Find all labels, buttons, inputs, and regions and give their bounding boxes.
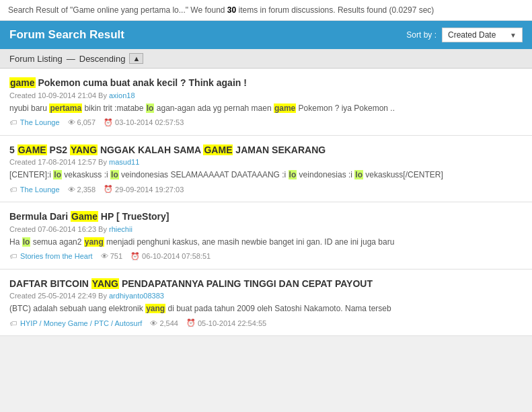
header-bar: Forum Search Result Sort by : Created Da… (0, 21, 532, 49)
category: 🏷 The Lounge (9, 118, 60, 126)
result-meta: Created 10-09-2014 21:04 By axion18 (9, 91, 523, 99)
sort-area: Sort by : Created Date ▼ (406, 28, 523, 42)
list-item: 5 GAME PS2 YANG NGGAK KALAH SAMA GAME JA… (0, 136, 532, 203)
result-title-link[interactable]: 5 GAME PS2 YANG NGGAK KALAH SAMA GAME JA… (9, 145, 326, 155)
view-count: 👁 751 (101, 252, 122, 260)
highlight: yang (145, 304, 165, 313)
post-date: ⏰ 03-10-2014 02:57:53 (104, 118, 184, 127)
category-link[interactable]: Stories from the Heart (20, 252, 93, 260)
result-title: 5 GAME PS2 YANG NGGAK KALAH SAMA GAME JA… (9, 144, 523, 157)
list-item: DAFTAR BITCOIN YANG PENDAPATANNYA PALING… (0, 270, 532, 337)
result-excerpt: Ha lo semua agan2 yang menjadi penghuni … (9, 236, 523, 248)
highlight: GAME (203, 145, 233, 155)
view-count: 👁 2,358 (68, 186, 96, 194)
highlight: YANG (91, 278, 119, 289)
search-info-text: Search Result of "Game online yang perta… (8, 5, 434, 15)
sort-order-toggle[interactable]: ▲ (129, 53, 143, 64)
tag-icon: 🏷 (9, 319, 17, 327)
forum-listing-order: Descending (79, 54, 126, 64)
search-info-bar: Search Result of "Game online yang perta… (0, 0, 532, 21)
highlight: lo (53, 170, 62, 179)
result-excerpt: [CENTER]:i lo vekaskuss :i lo veindonesi… (9, 169, 523, 181)
result-title: DAFTAR BITCOIN YANG PENDAPATANNYA PALING… (9, 278, 523, 291)
forum-listing-bar: Forum Listing — Descending ▲ (0, 49, 532, 69)
author-link[interactable]: ardhiyanto08383 (109, 292, 164, 300)
highlight: game (274, 104, 296, 113)
eye-icon: 👁 (101, 252, 108, 260)
highlight: GAME (17, 145, 47, 155)
forum-listing-separator: — (67, 54, 75, 64)
clock-icon: ⏰ (104, 118, 113, 127)
highlight: lo (146, 104, 155, 113)
author-link[interactable]: masud11 (109, 158, 139, 166)
page-title: Forum Search Result (9, 28, 124, 42)
eye-icon: 👁 (150, 319, 157, 327)
result-meta: Created 17-08-2014 12:57 By masud11 (9, 158, 523, 166)
category: 🏷 HYIP / Money Game / PTC / Autosurf (9, 319, 142, 327)
highlight: YANG (70, 145, 98, 155)
category-link[interactable]: HYIP / Money Game / PTC / Autosurf (20, 319, 142, 327)
forum-listing-label: Forum Listing (9, 54, 63, 64)
sort-dropdown[interactable]: Created Date ▼ (442, 28, 523, 42)
category: 🏷 The Lounge (9, 186, 60, 194)
sort-value: Created Date (448, 30, 496, 40)
category-link[interactable]: The Lounge (20, 118, 60, 126)
tag-icon: 🏷 (9, 118, 17, 126)
tag-icon: 🏷 (9, 186, 17, 194)
view-count: 👁 6,057 (68, 118, 96, 126)
highlight: yang (84, 237, 104, 247)
result-title-link[interactable]: game Pokemon cuma buat anak kecil ? Thin… (9, 77, 247, 88)
result-title: game Pokemon cuma buat anak kecil ? Thin… (9, 77, 523, 90)
post-date: ⏰ 29-09-2014 19:27:03 (104, 185, 184, 194)
highlight: game (9, 77, 36, 88)
highlight: lo (22, 237, 31, 247)
author-link[interactable]: axion18 (109, 91, 135, 99)
highlight: lo (289, 170, 297, 179)
clock-icon: ⏰ (186, 319, 196, 327)
search-query: Game online yang pertama lo... (73, 5, 185, 15)
result-excerpt: nyubi baru pertama bikin trit :matabe lo… (9, 102, 523, 114)
result-title: Bermula Dari Game HP [ TrueStory] (9, 210, 523, 224)
eye-icon: 👁 (68, 118, 75, 126)
result-excerpt: (BTC) adalah sebuah uang elektronik yang… (9, 302, 523, 315)
chevron-down-icon: ▼ (510, 32, 517, 39)
highlight: Game (71, 211, 98, 222)
result-count: 30 (227, 5, 236, 15)
view-count: 👁 2,544 (150, 319, 178, 327)
list-item: Bermula Dari Game HP [ TrueStory] Create… (0, 202, 532, 270)
clock-icon: ⏰ (130, 252, 140, 261)
category: 🏷 Stories from the Heart (9, 252, 93, 260)
result-title-link[interactable]: DAFTAR BITCOIN YANG PENDAPATANNYA PALING… (9, 278, 373, 289)
result-title-link[interactable]: Bermula Dari Game HP [ TrueStory] (9, 211, 169, 222)
result-footer: 🏷 The Lounge 👁 2,358 ⏰ 29-09-2014 19:27:… (9, 185, 523, 194)
tag-icon: 🏷 (9, 252, 17, 260)
category-link[interactable]: The Lounge (20, 186, 60, 194)
author-link[interactable]: rhiechii (109, 225, 132, 233)
highlight: pertama (49, 104, 82, 113)
eye-icon: 👁 (68, 186, 75, 194)
post-date: ⏰ 06-10-2014 07:58:51 (130, 252, 211, 261)
highlight: lo (354, 170, 363, 179)
result-footer: 🏷 Stories from the Heart 👁 751 ⏰ 06-10-2… (9, 252, 523, 261)
list-item: game Pokemon cuma buat anak kecil ? Thin… (0, 69, 532, 136)
sort-label: Sort by : (406, 30, 436, 40)
result-footer: 🏷 The Lounge 👁 6,057 ⏰ 03-10-2014 02:57:… (9, 118, 523, 127)
result-footer: 🏷 HYIP / Money Game / PTC / Autosurf 👁 2… (9, 319, 523, 327)
clock-icon: ⏰ (104, 185, 113, 194)
result-meta: Created 07-06-2014 16:23 By rhiechii (9, 225, 523, 233)
results-container: game Pokemon cuma buat anak kecil ? Thin… (0, 69, 532, 336)
highlight: lo (110, 170, 119, 179)
result-meta: Created 25-05-2014 22:49 By ardhiyanto08… (9, 292, 523, 300)
post-date: ⏰ 05-10-2014 22:54:55 (186, 319, 266, 327)
